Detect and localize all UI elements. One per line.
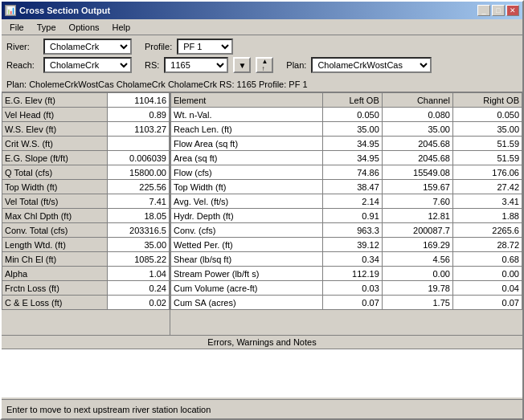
minimize-button[interactable]: _ <box>477 5 490 16</box>
right-row-channel: 159.67 <box>382 180 452 194</box>
left-row-value: 1.04 <box>108 267 170 281</box>
rs-select[interactable]: 1165 <box>164 57 228 73</box>
nav-down-button[interactable]: ▼ <box>233 57 251 73</box>
left-row-label: Vel Head (ft) <box>2 108 108 122</box>
col-right-ob: Right OB <box>452 93 522 108</box>
reach-select[interactable]: CholameCrk <box>43 57 132 73</box>
right-row-right-ob: 0.68 <box>452 252 522 267</box>
nav-up-button[interactable]: ▲↑ <box>256 57 273 73</box>
tables-row: E.G. Elev (ft)1104.16Vel Head (ft)0.89W.… <box>2 92 522 335</box>
left-table-row: Alpha1.04 <box>2 267 170 281</box>
right-row-channel: 2045.68 <box>382 137 452 151</box>
right-row-element: Flow Area (sq ft) <box>171 137 323 151</box>
right-row-element: Stream Power (lb/ft s) <box>171 267 323 281</box>
right-table-row: Flow Area (sq ft)34.952045.6851.59 <box>171 137 522 151</box>
left-table-row: Vel Total (ft/s)7.41 <box>2 194 170 209</box>
title-bar-left: 📊 Cross Section Output <box>5 5 110 16</box>
plan-select[interactable]: CholameCrkWostCas <box>311 57 432 73</box>
left-table-row: Top Width (ft)225.56 <box>2 180 170 194</box>
rs-label: RS: <box>145 60 159 70</box>
title-bar: 📊 Cross Section Output _ □ ✕ <box>2 2 522 19</box>
right-row-left-ob: 74.86 <box>322 165 382 180</box>
right-row-right-ob: 51.59 <box>452 137 522 151</box>
right-row-element: Conv. (cfs) <box>171 223 323 238</box>
left-row-value: 0.006039 <box>108 151 170 165</box>
left-row-label: Top Width (ft) <box>2 180 108 194</box>
col-channel: Channel <box>382 93 452 108</box>
left-row-value: 1104.16 <box>108 93 170 108</box>
left-row-label: Frctn Loss (ft) <box>2 281 108 296</box>
left-row-label: Length Wtd. (ft) <box>2 238 108 252</box>
right-row-channel: 2045.68 <box>382 151 452 165</box>
window-controls: _ □ ✕ <box>477 5 519 16</box>
right-row-element: Cum Volume (acre-ft) <box>171 281 323 296</box>
left-table-row: Q Total (cfs)15800.00 <box>2 165 170 180</box>
left-row-label: C & E Loss (ft) <box>2 296 108 310</box>
right-row-element: Wt. n-Val. <box>171 108 323 122</box>
left-table-row: Vel Head (ft)0.89 <box>2 108 170 122</box>
left-row-value: 1103.27 <box>108 122 170 137</box>
left-row-value: 35.00 <box>108 238 170 252</box>
menu-type[interactable]: Type <box>31 21 63 34</box>
info-bar: Plan: CholemeCrkWostCas CholameCrk Chola… <box>2 76 522 92</box>
info-bar-text: Plan: CholemeCrkWostCas CholameCrk Chola… <box>6 80 308 89</box>
right-row-right-ob: 3.41 <box>452 194 522 209</box>
right-table-row: Hydr. Depth (ft)0.9112.811.88 <box>171 209 522 223</box>
left-row-value: 0.24 <box>108 281 170 296</box>
right-row-left-ob: 112.19 <box>322 267 382 281</box>
right-table-row: Area (sq ft)34.952045.6851.59 <box>171 151 522 165</box>
right-row-channel: 4.56 <box>382 252 452 267</box>
right-table-row: Stream Power (lb/ft s)112.190.000.00 <box>171 267 522 281</box>
left-row-label: Max Chl Dpth (ft) <box>2 209 108 223</box>
left-row-value: 15800.00 <box>108 165 170 180</box>
left-row-value: 0.89 <box>108 108 170 122</box>
right-row-channel: 19.78 <box>382 281 452 296</box>
col-left-ob: Left OB <box>322 93 382 108</box>
left-row-label: E.G. Elev (ft) <box>2 93 108 108</box>
reach-label: Reach: <box>6 60 39 70</box>
river-label: River: <box>6 42 39 51</box>
right-data-table: Element Left OB Channel Right OB Wt. n-V… <box>170 92 522 310</box>
right-row-left-ob: 35.00 <box>322 122 382 137</box>
right-row-element: Area (sq ft) <box>171 151 323 165</box>
left-table-row: Max Chl Dpth (ft)18.05 <box>2 209 170 223</box>
right-table-row: Conv. (cfs)963.3200087.72265.6 <box>171 223 522 238</box>
menu-bar: File Type Options Help <box>2 19 522 35</box>
right-row-left-ob: 963.3 <box>322 223 382 238</box>
left-table-row: Frctn Loss (ft)0.24 <box>2 281 170 296</box>
left-table-row: E.G. Slope (ft/ft)0.006039 <box>2 151 170 165</box>
toolbar-row-2: Reach: CholameCrk RS: 1165 ▼ ▲↑ Plan: Ch… <box>6 57 518 73</box>
left-table-row: Length Wtd. (ft)35.00 <box>2 238 170 252</box>
window-title: Cross Section Output <box>19 6 110 15</box>
left-table-row: Conv. Total (cfs)203316.5 <box>2 223 170 238</box>
status-text: Enter to move to next upstream river sta… <box>6 405 211 414</box>
left-table: E.G. Elev (ft)1104.16Vel Head (ft)0.89W.… <box>2 92 170 335</box>
right-table-row: Top Width (ft)38.47159.6727.42 <box>171 180 522 194</box>
right-row-left-ob: 39.12 <box>322 238 382 252</box>
right-row-right-ob: 35.00 <box>452 122 522 137</box>
right-row-channel: 1.75 <box>382 296 452 310</box>
left-row-value: 0.02 <box>108 296 170 310</box>
app-icon: 📊 <box>5 5 16 16</box>
left-data-table: E.G. Elev (ft)1104.16Vel Head (ft)0.89W.… <box>2 92 170 310</box>
left-row-value: 18.05 <box>108 209 170 223</box>
close-button[interactable]: ✕ <box>506 5 519 16</box>
river-select[interactable]: CholameCrk <box>43 39 132 55</box>
menu-options[interactable]: Options <box>63 21 106 34</box>
right-row-right-ob: 2265.6 <box>452 223 522 238</box>
menu-help[interactable]: Help <box>106 21 137 34</box>
col-element: Element <box>171 93 323 108</box>
errors-body <box>2 349 522 398</box>
menu-file[interactable]: File <box>3 21 31 34</box>
right-row-left-ob: 0.07 <box>322 296 382 310</box>
right-row-element: Wetted Per. (ft) <box>171 238 323 252</box>
left-row-label: Vel Total (ft/s) <box>2 194 108 209</box>
right-row-left-ob: 0.34 <box>322 252 382 267</box>
profile-select[interactable]: PF 1 <box>177 39 233 55</box>
left-row-value: 225.56 <box>108 180 170 194</box>
maximize-button[interactable]: □ <box>492 5 505 16</box>
left-row-value: 7.41 <box>108 194 170 209</box>
right-row-left-ob: 0.91 <box>322 209 382 223</box>
right-row-right-ob: 27.42 <box>452 180 522 194</box>
left-row-value <box>108 137 170 151</box>
